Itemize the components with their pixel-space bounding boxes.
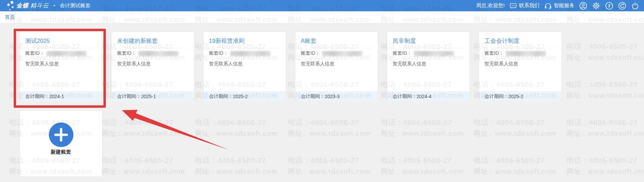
account-card-union[interactable]: 工会会计制度 账套ID： 暂无联系人信息 会计期间：2025-2	[479, 31, 562, 102]
account-id-row: 账套ID：	[393, 50, 454, 56]
account-cards-row: 测试2025 账套ID： 暂无联系人信息 会计期间：2024-1 未创建的新账套…	[19, 31, 562, 102]
period-label: 会计期间：	[117, 93, 141, 100]
contact-us-button[interactable]: 联系我们	[509, 2, 540, 10]
accounting-period: 会计期间：2023-3	[295, 91, 378, 102]
card-title: A账套	[301, 37, 316, 45]
account-card-test2025[interactable]: 测试2025 账套ID： 暂无联系人信息 会计期间：2024-1	[19, 31, 102, 102]
accounting-period: 会计期间：2025-1	[112, 91, 194, 102]
topbar: 金蝶 精斗云 • 会计测试账套 周总,欢迎您! 联系我们	[0, 0, 644, 11]
undo-circle-icon	[618, 2, 626, 10]
topbar-brand: 金蝶 精斗云 • 会计测试账套	[3, 0, 90, 11]
question-circle-icon: ?	[605, 2, 613, 10]
account-card-new-uncreated[interactable]: 未创建的新账套 账套ID： 暂无联系人信息 会计期间：2025-1	[111, 31, 194, 102]
card-divider	[116, 48, 189, 48]
account-id-label: 账套ID：	[209, 50, 228, 56]
card-divider	[208, 48, 281, 48]
account-id-label: 账套ID：	[301, 50, 320, 56]
chat-bubble-icon	[509, 2, 517, 10]
accounting-period: 会计期间：2024-1	[20, 91, 102, 102]
account-set-page: 金蝶 精斗云 • 会计测试账套 周总,欢迎您! 联系我们	[0, 0, 644, 182]
help-button[interactable]: ?	[605, 2, 613, 10]
gear-icon	[592, 2, 600, 10]
headset-icon	[544, 2, 552, 10]
period-label: 会计期间：	[25, 93, 49, 100]
no-contact-text: 暂无联系人信息	[393, 61, 426, 67]
refresh-button[interactable]	[618, 2, 626, 10]
account-id-blurred-value	[414, 51, 454, 56]
user-greeting: 周总,欢迎您!	[476, 2, 505, 9]
account-button[interactable]	[579, 2, 587, 10]
card-divider	[392, 48, 465, 48]
account-card-lease-standard[interactable]: 19新租赁准则 账套ID： 暂无联系人信息 会计期间：2025-2	[203, 31, 286, 102]
card-title: 工会会计制度	[485, 37, 519, 45]
breadcrumb-bar: 首页	[0, 11, 644, 23]
account-id-blurred-value	[138, 51, 179, 56]
account-id-label: 账套ID：	[485, 50, 504, 56]
no-contact-text: 暂无联系人信息	[25, 61, 59, 67]
card-divider	[25, 48, 97, 48]
card-divider	[484, 48, 557, 48]
topbar-actions: 周总,欢迎您! 联系我们 智能服务	[476, 2, 639, 10]
kingdee-logo-icon	[3, 0, 15, 11]
account-id-row: 账套ID：	[25, 50, 87, 56]
account-id-label: 账套ID：	[393, 50, 412, 56]
account-id-row: 账套ID：	[301, 50, 362, 56]
card-title: 民非制度	[393, 37, 416, 45]
period-label: 会计期间：	[301, 93, 325, 100]
svg-text:?: ?	[608, 3, 611, 8]
brand-separator-dot: •	[54, 3, 55, 8]
brand-name-bold: 金蝶	[16, 2, 29, 10]
period-label: 会计期间：	[393, 93, 417, 100]
plus-circle-icon	[49, 122, 73, 147]
no-contact-text: 暂无联系人信息	[117, 61, 151, 67]
account-id-blurred-value	[322, 51, 362, 56]
content-area: 测试2025 账套ID： 暂无联系人信息 会计期间：2024-1 未创建的新账套…	[0, 23, 644, 182]
period-value: 2024-4	[417, 94, 432, 99]
card-title: 19新租赁准则	[209, 37, 244, 45]
period-label: 会计期间：	[485, 93, 508, 100]
no-contact-text: 暂无联系人信息	[209, 61, 242, 67]
power-icon	[631, 2, 639, 10]
account-id-row: 账套ID：	[117, 50, 179, 56]
account-id-label: 账套ID：	[117, 50, 136, 56]
user-circle-icon	[579, 2, 587, 10]
period-value: 2023-3	[325, 94, 340, 99]
accounting-period: 会计期间：2025-2	[204, 91, 286, 102]
no-contact-text: 暂无联系人信息	[485, 61, 518, 67]
brand-name-light: 精斗云	[30, 2, 49, 10]
new-account-label: 新建账套	[20, 149, 102, 155]
no-contact-text: 暂无联系人信息	[301, 61, 334, 67]
smart-service-label: 智能服务	[554, 2, 574, 9]
smart-service-button[interactable]: 智能服务	[544, 2, 574, 10]
card-title: 测试2025	[25, 37, 50, 45]
logout-button[interactable]	[631, 2, 639, 10]
account-id-row: 账套ID：	[485, 50, 546, 56]
account-card-a[interactable]: A账套 账套ID： 暂无联系人信息 会计期间：2023-3	[295, 31, 378, 102]
account-id-blurred-value	[46, 51, 87, 56]
period-value: 2025-1	[141, 94, 156, 99]
account-id-label: 账套ID：	[25, 50, 44, 56]
account-id-blurred-value	[230, 51, 270, 56]
period-value: 2024-1	[49, 94, 64, 99]
breadcrumb-home[interactable]: 首页	[5, 14, 15, 21]
accounting-period: 会计期间：2025-2	[479, 91, 561, 102]
account-id-row: 账套ID：	[209, 50, 270, 56]
card-title: 未创建的新账套	[117, 37, 158, 45]
period-value: 2025-2	[508, 94, 523, 99]
accounting-period: 会计期间：2024-4	[387, 91, 470, 102]
workspace-title: 会计测试账套	[60, 2, 90, 9]
settings-button[interactable]	[592, 2, 600, 10]
card-divider	[300, 48, 373, 48]
contact-us-label: 联系我们	[519, 2, 540, 9]
account-card-nonprofit[interactable]: 民非制度 账套ID： 暂无联系人信息 会计期间：2024-4	[387, 31, 470, 102]
account-id-blurred-value	[506, 51, 546, 56]
new-account-card[interactable]: 新建账套	[19, 110, 102, 177]
period-label: 会计期间：	[209, 93, 233, 100]
period-value: 2025-2	[233, 94, 248, 99]
